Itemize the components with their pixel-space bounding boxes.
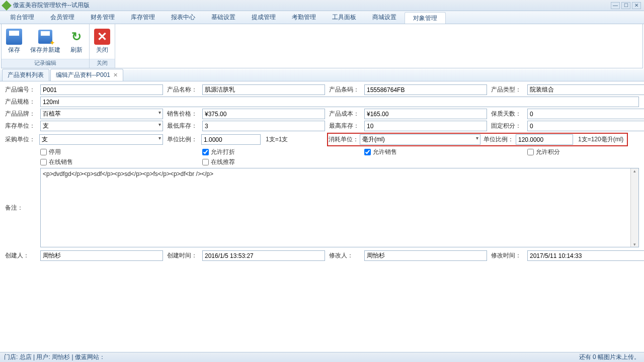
label-allowdiscount: 允许打折 [211, 148, 235, 156]
save-icon [6, 29, 22, 45]
label-fixpoint: 固定积分： [491, 122, 523, 130]
label-ratio2: 单位比例： [484, 135, 513, 144]
ratio2-text: 1支=120毫升(ml) [576, 135, 626, 144]
checkbox-allowpoint[interactable] [527, 149, 534, 155]
input-name[interactable] [202, 84, 325, 95]
minimize-button[interactable]: — [611, 2, 620, 9]
select-brand[interactable] [40, 109, 163, 119]
save-label: 保存 [8, 46, 20, 54]
menu-attendance[interactable]: 考勤管理 [284, 11, 324, 24]
label-type: 产品类型： [491, 85, 523, 94]
label-online: 在线销售 [49, 158, 73, 166]
ribbon-group-record: 保存 ✦ 保存并新建 ↻ 刷新 记录编辑 [2, 24, 90, 68]
label-maxstock: 最高库存： [329, 122, 360, 130]
notes-area[interactable]: <p>dvdfgd</p><p>sdf</p><p>sd</p><p>fs</p… [40, 168, 639, 247]
label-cost: 产品成本： [329, 110, 360, 118]
input-creator [40, 250, 163, 261]
select-stockunit[interactable] [40, 121, 163, 131]
refresh-label: 刷新 [70, 46, 83, 54]
ribbon: 保存 ✦ 保存并新建 ↻ 刷新 记录编辑 ✕ 关闭 关闭 [1, 24, 643, 68]
menu-frontdesk[interactable]: 前台管理 [2, 11, 42, 24]
menu-mall[interactable]: 商城设置 [364, 11, 405, 24]
tab-close-icon[interactable]: ✕ [113, 72, 118, 78]
input-price[interactable] [202, 109, 325, 119]
refresh-button[interactable]: ↻ 刷新 [65, 26, 88, 57]
checkbox-onlinerec[interactable] [202, 159, 209, 165]
save-new-label: 保存并新建 [30, 46, 60, 54]
select-type[interactable] [527, 84, 644, 95]
ribbon-group-caption-record: 记录编辑 [2, 59, 89, 68]
input-fixpoint[interactable] [527, 121, 644, 131]
close-window-button[interactable]: ✕ [632, 2, 641, 9]
label-modifier: 修改人： [329, 251, 360, 260]
menu-bar: 前台管理 会员管理 财务管理 库存管理 报表中心 基础设置 提成管理 考勤管理 … [0, 11, 644, 24]
status-right: 还有 0 幅图片未上传。 [579, 353, 640, 361]
notes-scrollbar[interactable] [630, 168, 638, 247]
save-new-icon: ✦ [37, 29, 53, 45]
tab-edit-product[interactable]: 编辑产品资料--P001✕ [50, 69, 123, 81]
input-cost[interactable] [364, 109, 487, 119]
ribbon-group-caption-close: 关闭 [90, 59, 115, 68]
label-ratio1: 单位比例： [167, 135, 198, 144]
input-code[interactable] [40, 84, 163, 95]
close-icon: ✕ [94, 29, 110, 45]
consume-highlight: 消耗单位： 单位比例： 1支=120毫升(ml) [327, 133, 628, 146]
maximize-button[interactable]: ☐ [621, 2, 630, 9]
app-logo-icon [2, 1, 12, 11]
refresh-icon: ↻ [68, 29, 85, 45]
label-shelf: 保质天数： [491, 110, 523, 118]
close-button[interactable]: ✕ 关闭 [91, 26, 114, 57]
input-barcode[interactable] [364, 84, 487, 95]
select-consumeunit[interactable] [360, 134, 480, 145]
ribbon-group-close: ✕ 关闭 关闭 [90, 24, 115, 68]
input-ratio2[interactable] [516, 134, 573, 145]
label-buyunit: 采购单位： [5, 135, 36, 144]
label-name: 产品名称： [167, 85, 198, 94]
label-brand: 产品品牌： [5, 110, 36, 118]
label-allowpoint: 允许积分 [536, 148, 560, 156]
input-modifier [364, 250, 487, 261]
input-maxstock[interactable] [364, 121, 487, 131]
save-and-new-button[interactable]: ✦ 保存并新建 [27, 26, 64, 57]
input-ratio1[interactable] [201, 134, 261, 145]
input-modifytime [527, 250, 644, 261]
label-minstock: 最低库存： [167, 122, 198, 130]
label-allowsale: 允许销售 [373, 148, 397, 156]
label-consumeunit: 消耗单位： [329, 135, 357, 144]
checkbox-disable[interactable] [40, 149, 47, 155]
tab-product-list[interactable]: 产品资料列表 [2, 69, 49, 81]
menu-stock[interactable]: 库存管理 [123, 11, 163, 24]
checkbox-allowdiscount[interactable] [202, 149, 209, 155]
label-notes: 备注： [5, 204, 36, 212]
input-minstock[interactable] [202, 121, 325, 131]
input-shelf[interactable] [527, 109, 644, 119]
label-createtime: 创建时间： [167, 251, 198, 260]
menu-basic[interactable]: 基础设置 [203, 11, 244, 24]
label-code: 产品编号： [5, 85, 36, 94]
ratio1-text: 1支=1支 [264, 135, 288, 144]
menu-object[interactable]: 对象管理 [405, 12, 446, 24]
checkbox-allowsale[interactable] [364, 149, 371, 155]
save-button[interactable]: 保存 [3, 26, 26, 57]
document-tabs: 产品资料列表 编辑产品资料--P001✕ [0, 69, 644, 81]
menu-finance[interactable]: 财务管理 [83, 11, 123, 24]
input-spec[interactable] [40, 97, 639, 107]
checkbox-online[interactable] [40, 159, 47, 165]
tab-product-list-label: 产品资料列表 [8, 71, 44, 79]
label-price: 销售价格： [167, 110, 198, 118]
select-buyunit[interactable] [39, 134, 163, 145]
label-creator: 创建人： [5, 251, 36, 260]
status-left: 门店: 总店 | 用户: 周怡杉 | 傲蓝网站： [4, 353, 105, 361]
label-onlinerec: 在线推荐 [211, 158, 235, 166]
menu-member[interactable]: 会员管理 [42, 11, 83, 24]
label-disable: 停用 [49, 148, 61, 156]
input-createtime [202, 250, 325, 261]
menu-tools[interactable]: 工具面板 [324, 11, 364, 24]
close-label: 关闭 [96, 46, 108, 54]
status-bar: 门店: 总店 | 用户: 周怡杉 | 傲蓝网站： 还有 0 幅图片未上传。 [0, 352, 644, 362]
label-spec: 产品规格： [5, 98, 36, 106]
menu-commission[interactable]: 提成管理 [244, 11, 284, 24]
label-barcode: 产品条码： [329, 85, 360, 94]
menu-report[interactable]: 报表中心 [163, 11, 203, 24]
title-bar: 傲蓝美容院管理软件--试用版 — ☐ ✕ [0, 0, 644, 11]
